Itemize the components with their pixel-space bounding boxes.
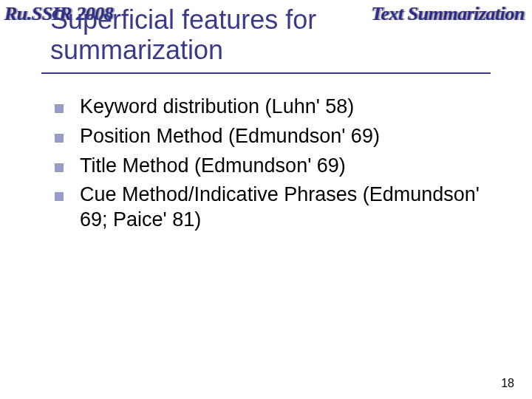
bullet-text: Cue Method/Indicative Phrases (Edmundson… (80, 183, 492, 233)
bullet-text: Keyword distribution (Luhn' 58) (80, 95, 492, 120)
bullet-text: Position Method (Edmundson' 69) (80, 124, 492, 149)
header-right-logo: Text Summarization (372, 3, 525, 25)
list-item: Position Method (Edmundson' 69) (41, 124, 492, 149)
list-item: Cue Method/Indicative Phrases (Edmundson… (41, 183, 492, 233)
list-item: Title Method (Edmundson' 69) (41, 154, 492, 179)
title-underline (41, 72, 491, 74)
slide-body: Keyword distribution (Luhn' 58) Position… (41, 95, 492, 237)
bullet-icon (55, 192, 64, 201)
bullet-icon (55, 163, 64, 172)
slide-title: Superficial features for summarization (50, 4, 361, 66)
bullet-icon (55, 134, 64, 143)
page-number: 18 (501, 377, 514, 390)
list-item: Keyword distribution (Luhn' 58) (41, 95, 492, 120)
bullet-icon (55, 104, 64, 113)
slide: Ru.SSIR 2008 Text Summarization Superfic… (0, 0, 532, 399)
bullet-text: Title Method (Edmundson' 69) (80, 154, 492, 179)
